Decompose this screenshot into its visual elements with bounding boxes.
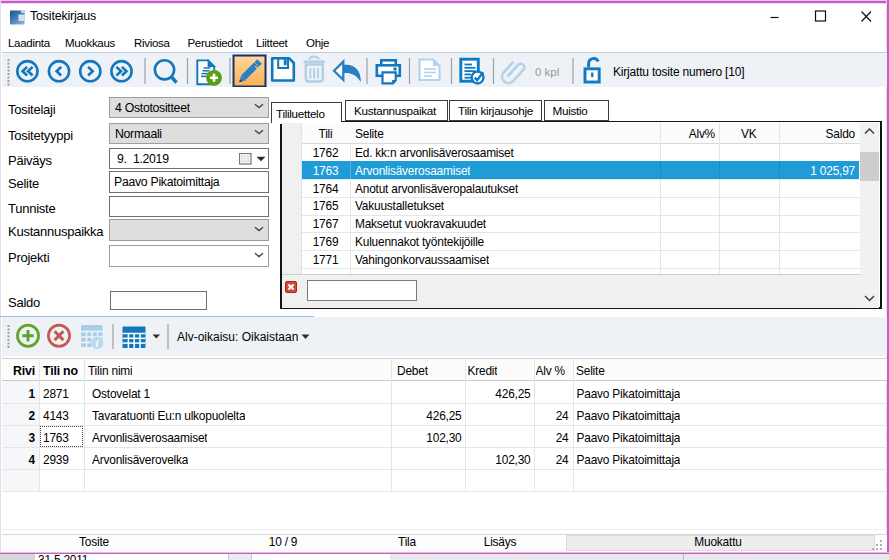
svg-text:i: i	[96, 338, 99, 349]
